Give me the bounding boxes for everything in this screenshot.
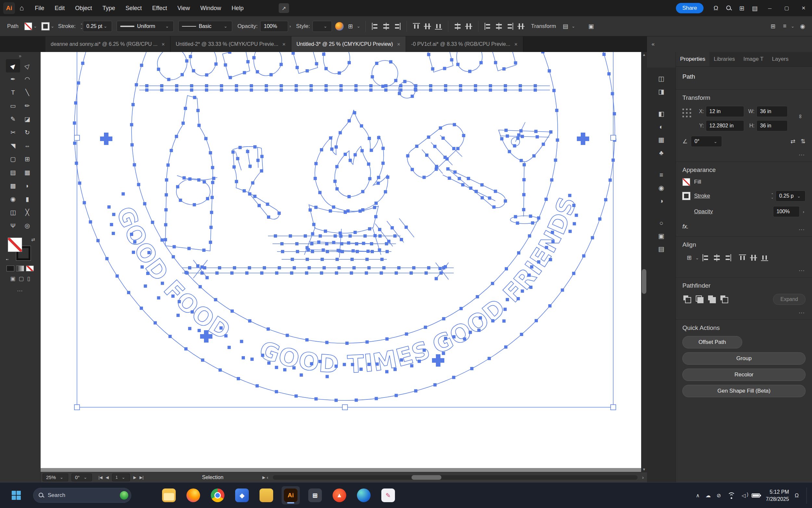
draw-normal-icon[interactable]: ▣ [10, 275, 15, 282]
mesh-tool[interactable]: ▦ [20, 166, 35, 179]
panel-stroke[interactable]: ≡ [654, 168, 668, 181]
stroke-panel-link[interactable]: Stroke [694, 193, 710, 199]
appearance-more-options-icon[interactable]: … [798, 224, 806, 232]
stroke-color-swatch[interactable] [42, 23, 49, 30]
gradient-button[interactable] [16, 265, 24, 271]
app-paint[interactable]: ✎ [379, 486, 397, 504]
fill-color-swatch[interactable] [25, 23, 32, 30]
fill-caret-icon[interactable]: ⌄ [34, 24, 37, 29]
free-transform-tool[interactable]: ▢ [6, 153, 20, 166]
x-position-input[interactable]: 12 in [706, 106, 744, 117]
selection-tool[interactable]: ▶ [6, 59, 20, 73]
panel-layers[interactable]: ▤ [654, 243, 668, 255]
app-illustrator[interactable]: Ai [282, 486, 300, 504]
panel-tab[interactable]: Properties [676, 52, 709, 66]
default-fill-stroke-icon[interactable]: ▪▫ [6, 257, 9, 262]
transform-caret-icon[interactable]: ⌄ [572, 24, 575, 29]
zoom-tool[interactable]: ◎ [20, 219, 35, 232]
last-artboard-icon[interactable]: ▶| [140, 475, 144, 480]
column-graph-tool[interactable]: ▮ [20, 193, 35, 206]
variable-width-profile-dropdown[interactable]: Uniform⌄ [116, 21, 174, 32]
focus-assist-icon[interactable]: ⊘ [717, 493, 721, 499]
rotation-angle-dropdown[interactable]: 0°⌄ [691, 136, 722, 147]
eraser-tool[interactable]: ◪ [20, 113, 35, 126]
direct-selection-tool[interactable]: ▷ [20, 59, 35, 73]
close-tab-icon[interactable]: ✕ [397, 42, 400, 47]
transform-grid-icon[interactable]: ▤ [561, 22, 570, 31]
style-dropdown[interactable]: ⌄ [313, 21, 332, 32]
app-photos[interactable]: ◆ [233, 486, 251, 504]
pathfinder-more-options-icon[interactable]: … [682, 307, 806, 315]
menu-item[interactable]: Type [97, 0, 120, 16]
distribute-middle-icon[interactable] [516, 22, 526, 31]
menu-item[interactable]: View [172, 0, 195, 16]
notifications-icon[interactable]: Ω [795, 493, 799, 499]
menu-item[interactable]: File [30, 0, 49, 16]
app-firefox[interactable] [184, 486, 202, 504]
align-center-icon[interactable] [712, 253, 721, 262]
effects-button[interactable]: fx. [682, 223, 688, 230]
panel-graphic-styles[interactable]: ▣ [654, 229, 668, 243]
panel-symbols[interactable]: ♣ [654, 146, 668, 159]
align-top-icon[interactable] [738, 253, 747, 262]
horizontal-scroll-thumb[interactable] [412, 475, 441, 480]
settings-sliders-icon[interactable]: ≡ [780, 22, 790, 31]
canvas[interactable]: GOOD FOOD GOOD TIMES GOOD FRIENDS [41, 52, 647, 472]
edit-toolbar-icon[interactable]: ⋯ [17, 287, 23, 294]
stroke-weight-value[interactable]: 0.25 pt⌄ [83, 21, 112, 32]
pathfinder-exclude-icon[interactable] [719, 294, 729, 304]
align-to-dropdown-icon[interactable]: ⊞ [684, 253, 694, 263]
align-bottom-icon[interactable] [760, 253, 769, 262]
recolor-artwork-icon[interactable] [335, 22, 344, 31]
align-bottom-icon[interactable] [434, 22, 443, 31]
pen-tool[interactable]: ✒ [6, 73, 20, 86]
gradient-tool[interactable]: ▩ [6, 179, 20, 193]
pencil-tool[interactable]: ✎ [6, 113, 20, 126]
app-edge[interactable] [355, 486, 373, 504]
status-menu-icon[interactable]: ▶ [262, 475, 266, 480]
menu-item[interactable]: Select [120, 0, 147, 16]
search-icon[interactable] [722, 0, 735, 16]
width-tool[interactable]: ⇔ [20, 139, 35, 153]
notifications-bell-icon[interactable]: Ω [709, 0, 722, 16]
quick-action-button[interactable]: Recolor [682, 369, 806, 381]
vertical-scrollbar[interactable]: ▲ ▼ [641, 52, 647, 472]
screen-mode-icon[interactable]: ▯ [27, 275, 30, 282]
draw-behind-icon[interactable]: ▢ [18, 275, 24, 282]
pathfinder-intersect-icon[interactable] [707, 294, 717, 304]
shape-builder-tool[interactable]: ⊞ [20, 153, 35, 166]
scroll-down-icon[interactable]: ▼ [641, 467, 647, 471]
panel-color[interactable]: ◧ [654, 107, 668, 120]
app-folder[interactable] [257, 486, 276, 504]
panel-asset-export[interactable]: ◨ [654, 85, 668, 98]
collapse-panels-icon[interactable]: « [652, 41, 655, 47]
minimize-button[interactable]: ─ [761, 0, 778, 16]
swap-fill-stroke-icon[interactable]: ⇄ [31, 237, 35, 242]
close-button[interactable]: ✕ [795, 0, 812, 16]
rotation-dropdown[interactable]: 0°⌄ [71, 473, 92, 481]
panel-tab[interactable]: Layers [768, 52, 793, 66]
brush-definition-dropdown[interactable]: Basic⌄ [178, 21, 232, 32]
align-left-icon[interactable] [701, 253, 710, 262]
artboard-tool[interactable]: ◫ [6, 206, 20, 219]
transform-label[interactable]: Transform [531, 23, 556, 30]
document-tab[interactable]: Untitled-3* @ 25 % (CMYK/CPU Preview) ✕ [291, 36, 406, 52]
horizontal-scrollbar[interactable] [273, 475, 637, 480]
pathfinder-unite-icon[interactable] [682, 294, 692, 304]
eyedropper-tool[interactable]: ◗ [20, 179, 35, 193]
menu-item[interactable]: Help [226, 0, 249, 16]
scroll-up-icon[interactable]: ▲ [641, 53, 647, 56]
zoom-level-dropdown[interactable]: 25%⌄ [43, 473, 68, 481]
constrain-proportions-icon[interactable]: ∞ [798, 113, 806, 120]
arrange-documents-icon[interactable]: ⊞ [735, 0, 748, 16]
distribute-vertical-icon[interactable] [464, 22, 473, 31]
document-tab[interactable]: deanne and sonny.ai* @ 6.25 % (RGB/CPU .… [45, 36, 171, 52]
snap-caret-icon[interactable]: ⌄ [356, 24, 360, 29]
align-middle-icon[interactable] [749, 253, 758, 262]
distribute-right-icon[interactable] [506, 22, 515, 31]
illustrator-logo[interactable]: Ai [3, 2, 15, 14]
fill-label[interactable]: Fill [694, 179, 701, 185]
home-icon[interactable]: ⌂ [19, 4, 24, 12]
opacity-flyout-icon[interactable]: › [803, 209, 804, 214]
share-button[interactable]: Share [676, 3, 704, 13]
